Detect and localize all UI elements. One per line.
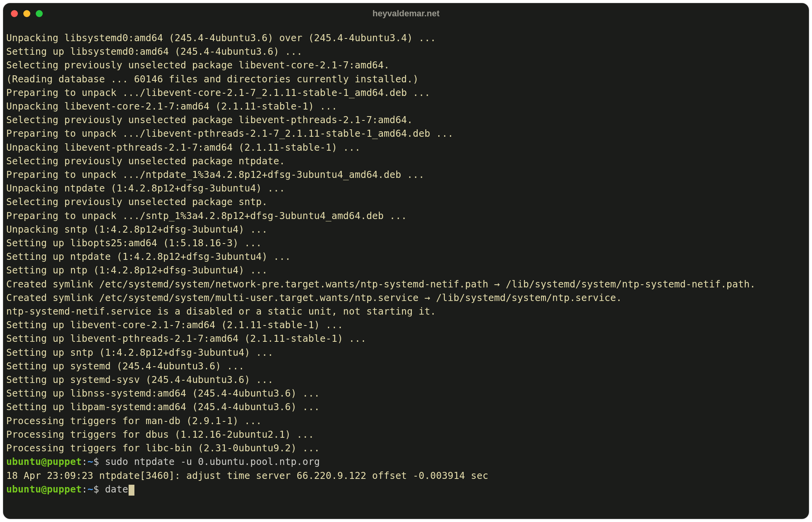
terminal-line: 18 Apr 23:09:23 ntpdate[3460]: adjust ti…	[6, 469, 806, 482]
terminal-line: Setting up libnss-systemd:amd64 (245.4-4…	[6, 386, 806, 400]
terminal-line: Unpacking ntpdate (1:4.2.8p12+dfsg-3ubun…	[6, 181, 806, 195]
terminal-line: Unpacking libsystemd0:amd64 (245.4-4ubun…	[6, 31, 806, 45]
terminal-line: Unpacking sntp (1:4.2.8p12+dfsg-3ubuntu4…	[6, 223, 806, 236]
terminal-line: Setting up systemd-sysv (245.4-4ubuntu3.…	[6, 373, 806, 386]
terminal-line: Setting up ntp (1:4.2.8p12+dfsg-3ubuntu4…	[6, 263, 806, 277]
prompt-separator: :	[82, 456, 87, 467]
terminal-line: Setting up sntp (1:4.2.8p12+dfsg-3ubuntu…	[6, 346, 806, 359]
terminal-line: Processing triggers for man-db (2.9.1-1)…	[6, 414, 806, 428]
prompt-dollar: $	[93, 484, 105, 495]
prompt-line: ubuntu@puppet:~$ sudo ntpdate -u 0.ubunt…	[6, 455, 806, 468]
terminal-line: (Reading database ... 60146 files and di…	[6, 72, 806, 86]
terminal-line: Preparing to unpack .../ntpdate_1%3a4.2.…	[6, 168, 806, 181]
terminal-line: Setting up libevent-pthreads-2.1-7:amd64…	[6, 332, 806, 345]
terminal-line: Selecting previously unselected package …	[6, 113, 806, 127]
prompt-userhost: ubuntu@puppet	[6, 484, 82, 495]
window-title: heyvaldemar.net	[3, 9, 809, 19]
close-icon[interactable]	[11, 10, 18, 17]
terminal-line: Selecting previously unselected package …	[6, 154, 806, 168]
terminal-line: Processing triggers for libc-bin (2.31-0…	[6, 441, 806, 455]
terminal-line: Processing triggers for dbus (1.12.16-2u…	[6, 428, 806, 441]
titlebar: heyvaldemar.net	[3, 3, 809, 24]
terminal-line: Created symlink /etc/systemd/system/mult…	[6, 291, 806, 304]
terminal-line: Setting up libsystemd0:amd64 (245.4-4ubu…	[6, 45, 806, 58]
prompt-dollar: $	[93, 456, 105, 467]
cursor-icon	[129, 485, 134, 496]
terminal-line: Preparing to unpack .../sntp_1%3a4.2.8p1…	[6, 209, 806, 223]
terminal-window: heyvaldemar.net Unpacking libsystemd0:am…	[3, 3, 809, 519]
terminal-line: Preparing to unpack .../libevent-core-2.…	[6, 86, 806, 99]
terminal-line: Selecting previously unselected package …	[6, 58, 806, 72]
terminal-line: Created symlink /etc/systemd/system/netw…	[6, 277, 806, 291]
prompt-path: ~	[87, 484, 93, 495]
prompt-path: ~	[87, 456, 93, 467]
minimize-icon[interactable]	[23, 10, 30, 17]
window-controls	[11, 10, 43, 17]
terminal-line: Setting up ntpdate (1:4.2.8p12+dfsg-3ubu…	[6, 250, 806, 263]
terminal-line: Setting up libevent-core-2.1-7:amd64 (2.…	[6, 318, 806, 332]
terminal-line: Unpacking libevent-core-2.1-7:amd64 (2.1…	[6, 99, 806, 113]
prompt-line: ubuntu@puppet:~$ date	[6, 482, 806, 496]
terminal-output[interactable]: Unpacking libsystemd0:amd64 (245.4-4ubun…	[3, 24, 809, 500]
prompt-separator: :	[82, 484, 87, 495]
terminal-line: Setting up libpam-systemd:amd64 (245.4-4…	[6, 400, 806, 414]
prompt-command[interactable]: sudo ntpdate -u 0.ubuntu.pool.ntp.org	[105, 456, 320, 467]
terminal-line: Selecting previously unselected package …	[6, 195, 806, 209]
terminal-line: Setting up libopts25:amd64 (1:5.18.16-3)…	[6, 236, 806, 250]
terminal-line: Setting up systemd (245.4-4ubuntu3.6) ..…	[6, 359, 806, 373]
terminal-line: Preparing to unpack .../libevent-pthread…	[6, 127, 806, 140]
maximize-icon[interactable]	[36, 10, 43, 17]
terminal-line: Unpacking libevent-pthreads-2.1-7:amd64 …	[6, 141, 806, 154]
prompt-command[interactable]: date	[105, 484, 128, 495]
prompt-userhost: ubuntu@puppet	[6, 456, 82, 467]
terminal-line: ntp-systemd-netif.service is a disabled …	[6, 304, 806, 318]
